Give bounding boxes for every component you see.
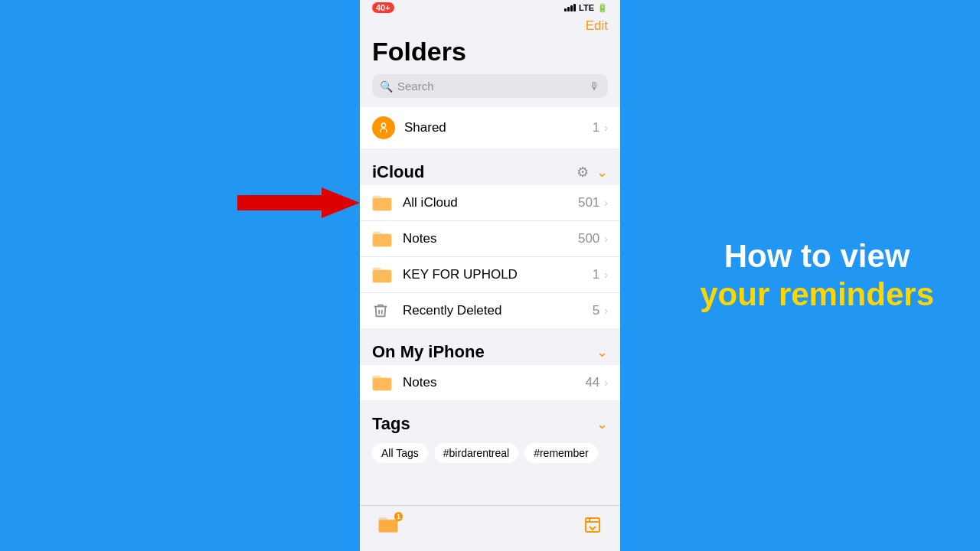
list-item[interactable]: Notes 44 › bbox=[360, 365, 620, 400]
signal-bar-4 bbox=[573, 4, 576, 11]
tag-pill-all-tags[interactable]: All Tags bbox=[372, 443, 428, 463]
list-item[interactable]: Notes 500 › bbox=[360, 221, 620, 257]
item-label: KEY FOR UPHOLD bbox=[403, 267, 593, 282]
signal-bar-2 bbox=[567, 7, 570, 11]
signal-bars bbox=[564, 4, 576, 11]
item-label: All iCloud bbox=[403, 195, 578, 210]
shared-row[interactable]: Shared 1 › bbox=[360, 107, 620, 148]
on-my-iphone-header[interactable]: On My iPhone ⌄ bbox=[360, 336, 620, 365]
svg-marker-0 bbox=[237, 187, 360, 218]
item-count: 1 bbox=[593, 267, 599, 282]
phone-container: 40+ LTE 🔋 Edit Folders 🔍 Search 🎙 bbox=[360, 0, 620, 551]
list-item[interactable]: KEY FOR UPHOLD 1 › bbox=[360, 257, 620, 293]
folder-badge: 1 bbox=[394, 512, 403, 521]
shared-icon bbox=[372, 116, 395, 139]
item-chevron: › bbox=[604, 269, 608, 281]
on-my-iphone-chevron: ⌄ bbox=[596, 344, 608, 360]
item-count: 501 bbox=[578, 195, 599, 210]
tags-chevron: ⌄ bbox=[596, 416, 608, 432]
tags-header[interactable]: Tags ⌄ bbox=[360, 408, 620, 437]
signal-bar-3 bbox=[570, 5, 573, 11]
shared-label: Shared bbox=[404, 120, 593, 135]
tag-pill-remember[interactable]: #remember bbox=[524, 443, 598, 463]
folder-icon bbox=[372, 373, 394, 392]
shared-chevron: › bbox=[604, 122, 608, 134]
list-item[interactable]: Recently Deleted 5 › bbox=[360, 293, 620, 328]
trash-icon bbox=[372, 302, 394, 320]
item-chevron: › bbox=[604, 233, 608, 245]
svg-point-1 bbox=[381, 123, 385, 127]
bottom-toolbar: 1 bbox=[360, 505, 620, 551]
lte-label: LTE bbox=[579, 3, 594, 12]
red-arrow bbox=[237, 184, 360, 222]
item-label: Notes bbox=[403, 231, 578, 246]
content-area: Shared 1 › iCloud ⚙ ⌄ All iCloud bbox=[360, 107, 620, 551]
tag-pill-birdarentreal[interactable]: #birdarentreal bbox=[434, 443, 518, 463]
icloud-chevron: ⌄ bbox=[596, 164, 608, 181]
mic-icon: 🎙 bbox=[590, 80, 600, 93]
search-bar[interactable]: 🔍 Search 🎙 bbox=[372, 74, 608, 98]
search-placeholder: Search bbox=[397, 80, 585, 93]
list-item[interactable]: All iCloud 501 › bbox=[360, 185, 620, 221]
icloud-title: iCloud bbox=[372, 162, 424, 182]
item-chevron: › bbox=[604, 305, 608, 317]
item-label: Notes bbox=[403, 375, 585, 390]
item-chevron: › bbox=[604, 197, 608, 209]
page-title: Folders bbox=[360, 35, 620, 74]
folders-button[interactable]: 1 bbox=[378, 515, 398, 540]
item-count: 500 bbox=[578, 231, 599, 246]
item-chevron: › bbox=[604, 377, 608, 389]
edit-button[interactable]: Edit bbox=[586, 18, 608, 34]
status-bar: 40+ LTE 🔋 bbox=[360, 0, 620, 15]
status-bar-right: LTE 🔋 bbox=[564, 3, 608, 13]
edit-bar: Edit bbox=[360, 15, 620, 35]
icloud-spinner: ⚙ bbox=[577, 164, 589, 181]
status-bar-left: 40+ bbox=[372, 2, 394, 13]
battery-icon: 🔋 bbox=[597, 3, 608, 13]
notification-badge: 40+ bbox=[372, 2, 394, 13]
compose-button[interactable] bbox=[583, 516, 602, 539]
tags-title: Tags bbox=[372, 414, 410, 434]
tags-pills: All Tags #birdarentreal #remember bbox=[360, 437, 620, 469]
item-count: 5 bbox=[593, 303, 599, 318]
item-label: Recently Deleted bbox=[403, 303, 593, 318]
item-count: 44 bbox=[585, 375, 599, 390]
folder-icon bbox=[372, 266, 394, 284]
icloud-section-header[interactable]: iCloud ⚙ ⌄ bbox=[360, 156, 620, 185]
tutorial-text: How to view your reminders bbox=[700, 237, 934, 315]
folder-icon bbox=[372, 230, 394, 248]
search-icon: 🔍 bbox=[380, 80, 393, 93]
on-my-iphone-list: Notes 44 › bbox=[360, 365, 620, 400]
folder-icon bbox=[372, 194, 394, 212]
on-my-iphone-title: On My iPhone bbox=[372, 342, 485, 362]
signal-bar-1 bbox=[564, 8, 567, 11]
icloud-header-right: ⚙ ⌄ bbox=[577, 164, 608, 181]
shared-count: 1 bbox=[593, 120, 599, 135]
icloud-list: All iCloud 501 › Notes 500 › bbox=[360, 185, 620, 328]
